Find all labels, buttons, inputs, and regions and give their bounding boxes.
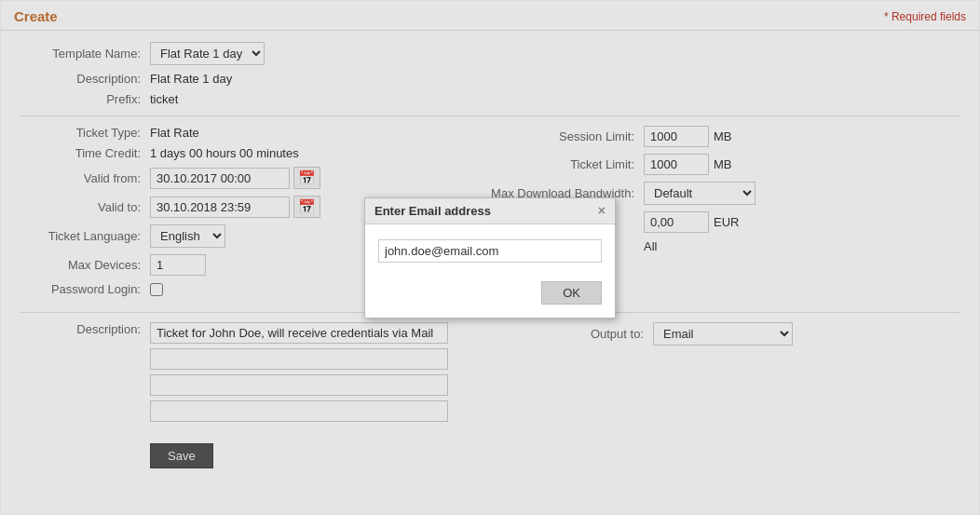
- modal-title: Enter Email address: [374, 204, 491, 218]
- modal-titlebar: Enter Email address ×: [365, 198, 615, 224]
- modal-email-input[interactable]: [378, 239, 602, 263]
- modal-overlay: Enter Email address × OK: [1, 1, 979, 514]
- modal-footer: OK: [365, 272, 615, 318]
- modal-close-button[interactable]: ×: [598, 204, 606, 217]
- modal-body: [365, 224, 615, 272]
- page-container: Create * Required fields Template Name: …: [0, 0, 980, 515]
- modal-dialog: Enter Email address × OK: [364, 197, 616, 318]
- modal-ok-button[interactable]: OK: [541, 281, 602, 305]
